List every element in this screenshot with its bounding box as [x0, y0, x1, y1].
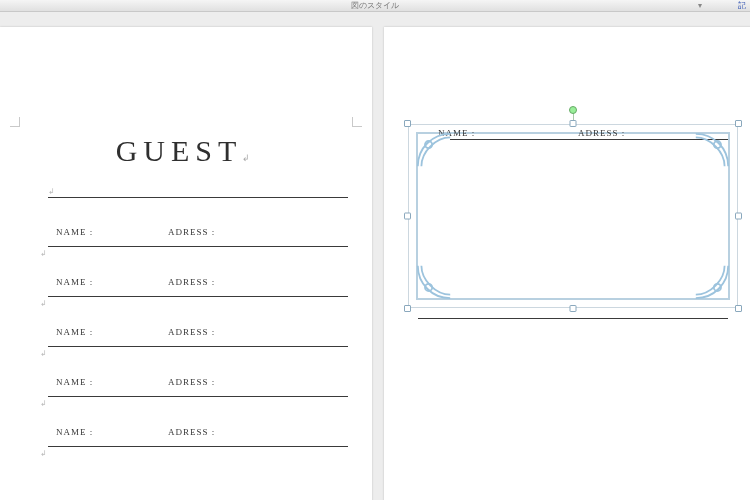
- resize-handle-e[interactable]: [735, 213, 742, 220]
- paragraph-mark-icon: ↲: [40, 399, 47, 408]
- paragraph-mark-icon: ↲: [40, 349, 47, 358]
- resize-handle-nw[interactable]: [404, 120, 411, 127]
- paragraph-mark-icon: ↲: [40, 299, 47, 308]
- ornament-corner-icon: [416, 264, 452, 300]
- ribbon-expand-icon[interactable]: ▾: [698, 1, 702, 10]
- guest-row[interactable]: NAME :ADRESS :↲: [48, 323, 348, 347]
- guest-row[interactable]: NAME :ADRESS :↲: [48, 423, 348, 447]
- rotate-handle-icon[interactable]: [569, 106, 577, 114]
- ornament-corner-icon: [694, 264, 730, 300]
- guest-row[interactable]: NAME :ADRESS :↲: [48, 223, 348, 247]
- page-right[interactable]: NAME : ADRESS :: [384, 27, 750, 500]
- resize-handle-sw[interactable]: [404, 305, 411, 312]
- guest-row[interactable]: NAME :ADRESS :↲: [48, 373, 348, 397]
- address-label: ADRESS :: [168, 227, 215, 237]
- ribbon-continuation-label: 記: [738, 0, 746, 11]
- style-ribbon-group[interactable]: 図のスタイル ▾ 記: [0, 0, 750, 12]
- name-label: NAME :: [56, 277, 93, 287]
- address-label: ADRESS :: [168, 277, 215, 287]
- page-left[interactable]: GUEST↲ ↲ NAME :ADRESS :↲NAME :ADRESS :↲N…: [0, 27, 372, 500]
- divider: [418, 318, 728, 319]
- ornament-corner-icon: [416, 132, 452, 168]
- selected-shape-frame[interactable]: NAME : ADRESS :: [408, 124, 738, 308]
- paragraph-mark-icon: ↲: [40, 449, 47, 458]
- resize-handle-ne[interactable]: [735, 120, 742, 127]
- address-label: ADRESS :: [168, 377, 215, 387]
- resize-handle-se[interactable]: [735, 305, 742, 312]
- address-label: ADRESS :: [578, 128, 625, 138]
- divider: [450, 139, 728, 140]
- document-canvas[interactable]: GUEST↲ ↲ NAME :ADRESS :↲NAME :ADRESS :↲N…: [0, 12, 750, 500]
- address-label: ADRESS :: [168, 327, 215, 337]
- name-label: NAME :: [56, 377, 93, 387]
- name-label: NAME :: [56, 427, 93, 437]
- paragraph-mark-icon: ↲: [40, 249, 47, 258]
- guest-row[interactable]: NAME :ADRESS :↲: [48, 273, 348, 297]
- ribbon-group-label: 図のスタイル: [351, 0, 399, 11]
- ornament-corner-icon: [694, 132, 730, 168]
- decorative-frame: [416, 132, 730, 300]
- resize-handle-n[interactable]: [570, 120, 577, 127]
- resize-handle-s[interactable]: [570, 305, 577, 312]
- name-label: NAME :: [56, 227, 93, 237]
- resize-handle-w[interactable]: [404, 213, 411, 220]
- name-label: NAME :: [56, 327, 93, 337]
- address-label: ADRESS :: [168, 427, 215, 437]
